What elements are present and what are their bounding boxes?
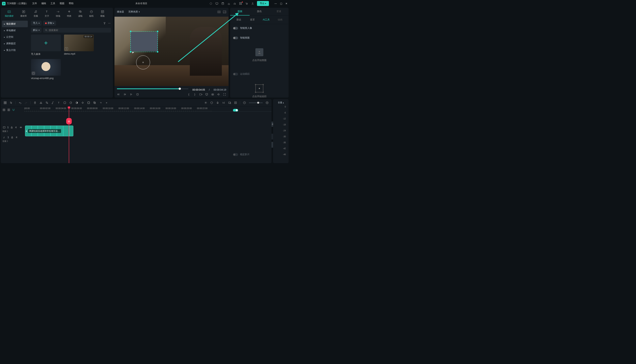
sidebar-item-cloud[interactable]: ▸云空间: [2, 34, 28, 40]
play-button[interactable]: [130, 93, 133, 96]
tracking-selection-box[interactable]: [130, 31, 158, 52]
layout-icon[interactable]: [4, 101, 7, 104]
crop-icon[interactable]: [45, 101, 48, 104]
player-viewport[interactable]: ➤: [114, 17, 228, 86]
tab-color[interactable]: 颜色: [250, 8, 269, 16]
menu-help[interactable]: 帮助: [69, 2, 74, 5]
mute-icon[interactable]: [15, 136, 18, 139]
fullscreen-icon[interactable]: [223, 93, 226, 96]
display-icon[interactable]: [205, 93, 208, 96]
delete-icon[interactable]: [34, 101, 36, 104]
cutout-placeholder[interactable]: 点击开始抠图: [233, 44, 286, 67]
zoom-out-button[interactable]: [243, 101, 246, 104]
close-button[interactable]: ✕: [286, 2, 288, 5]
playhead[interactable]: [69, 106, 69, 163]
tab-speed[interactable]: 变速: [269, 8, 288, 16]
cloud-icon[interactable]: [227, 2, 230, 5]
tab-audio[interactable]: 音频: [32, 9, 40, 18]
track-options-icon[interactable]: [2, 108, 6, 112]
user-icon[interactable]: [251, 2, 254, 5]
mark-in-icon[interactable]: {: [187, 93, 190, 96]
menu-file[interactable]: 文件: [32, 2, 37, 5]
zoom-in-button[interactable]: [266, 101, 269, 104]
sidebar-item-compound[interactable]: ▸复合片段: [2, 47, 28, 54]
mute-icon[interactable]: [15, 126, 18, 129]
tab-effects[interactable]: 特效: [65, 9, 73, 18]
tab-stickers[interactable]: 贴纸: [87, 9, 96, 18]
mic-icon[interactable]: [216, 101, 219, 104]
audio-edit-icon[interactable]: [51, 101, 54, 104]
picture-icon[interactable]: [223, 10, 226, 14]
speed-icon[interactable]: [69, 101, 72, 104]
mask-tool-icon[interactable]: [63, 101, 66, 104]
tab-transition[interactable]: 转场: [54, 9, 62, 18]
marker-icon[interactable]: [234, 101, 237, 104]
tab-video[interactable]: 视频: [230, 8, 250, 16]
monitor-icon[interactable]: [215, 2, 218, 5]
sidebar-item-adjust[interactable]: ▸调整图层: [2, 40, 28, 47]
menu-edit[interactable]: 编辑: [41, 2, 46, 5]
menu-tools[interactable]: 工具: [50, 2, 55, 5]
render-icon[interactable]: [228, 101, 231, 104]
media-item-video[interactable]: 00:00:14 ⤵ demo.mp4: [64, 34, 94, 56]
more-tools-icon[interactable]: »: [105, 101, 108, 104]
mark-out-icon[interactable]: }: [193, 93, 196, 96]
sort-dropdown[interactable]: 默认▾: [31, 28, 42, 32]
subtab-basic[interactable]: 基础: [232, 16, 245, 23]
maximize-button[interactable]: ▢: [280, 2, 282, 5]
tab-filters[interactable]: 滤镜: [76, 9, 84, 18]
headphones-icon[interactable]: [233, 2, 236, 5]
snapshot-icon[interactable]: [211, 93, 214, 96]
subtab-ai-tools[interactable]: AI工具: [260, 16, 273, 23]
smart-cutout-toggle[interactable]: [233, 36, 238, 39]
scissors-badge[interactable]: [66, 118, 72, 124]
next-frame-button[interactable]: [123, 93, 126, 96]
tab-stock[interactable]: 素材库: [18, 9, 29, 18]
player-progress-bar[interactable]: [117, 88, 188, 89]
link-icon[interactable]: [99, 101, 102, 104]
prev-frame-button[interactable]: [117, 93, 120, 96]
apps-icon[interactable]: [239, 2, 242, 5]
color-icon[interactable]: [75, 101, 78, 104]
shield-icon[interactable]: [210, 101, 213, 104]
video-clip[interactable]: ▸ 网课结束后老师和学生相互说…: [25, 126, 73, 136]
auto-adjust-icon[interactable]: [204, 101, 207, 104]
stop-button[interactable]: [136, 93, 139, 96]
text-tool-icon[interactable]: T: [57, 101, 60, 104]
lock-icon[interactable]: [10, 136, 14, 139]
group-icon[interactable]: [93, 101, 96, 104]
smart-portrait-toggle[interactable]: [233, 27, 238, 30]
target-icon[interactable]: [87, 101, 90, 104]
audio-track-header[interactable]: 1 音频 1: [2, 134, 23, 144]
tab-templates[interactable]: 模板: [98, 9, 107, 18]
menu-view[interactable]: 视图: [60, 2, 64, 5]
selection-handle[interactable]: [130, 30, 132, 32]
pointer-icon[interactable]: [10, 101, 13, 104]
record-hollow-icon[interactable]: [209, 2, 212, 5]
timeline-ruler[interactable]: |00:0000:00:02:0000:00:04:0000:00:06:000…: [24, 106, 272, 112]
keyframe-icon[interactable]: [81, 101, 84, 104]
volume-icon[interactable]: [217, 93, 220, 96]
lock-icon[interactable]: [10, 126, 13, 129]
ratio-dropdown[interactable]: ▾: [199, 93, 202, 96]
tab-text[interactable]: T文字: [43, 9, 51, 18]
quality-dropdown[interactable]: 完整画质▾: [126, 9, 142, 14]
search-input[interactable]: [43, 28, 111, 32]
import-media-tile[interactable]: + 导入媒体: [31, 34, 61, 56]
magnet-icon[interactable]: [12, 108, 15, 112]
motion-track-toggle[interactable]: [233, 73, 238, 76]
sidebar-item-project[interactable]: ▸项目素材: [2, 21, 28, 27]
redo-icon[interactable]: [24, 101, 28, 104]
compare-view-icon[interactable]: [218, 10, 220, 14]
tab-my-media[interactable]: 我的素材: [3, 9, 16, 18]
record-dropdown[interactable]: 录制▾: [43, 21, 56, 26]
media-item-image[interactable]: vlcsnap-error480.png: [31, 59, 61, 80]
audio-mixer-icon[interactable]: [222, 101, 225, 104]
export-button[interactable]: 导出 ▾: [257, 1, 269, 6]
subtab-mask[interactable]: 遮罩: [246, 16, 259, 23]
add-to-timeline-icon[interactable]: ⤵: [65, 47, 68, 50]
video-track-header[interactable]: 1 视频 1: [2, 124, 23, 134]
filter-settings-icon[interactable]: [103, 22, 106, 25]
subtab-animation[interactable]: 动画: [274, 16, 286, 23]
save-icon[interactable]: [221, 2, 224, 5]
